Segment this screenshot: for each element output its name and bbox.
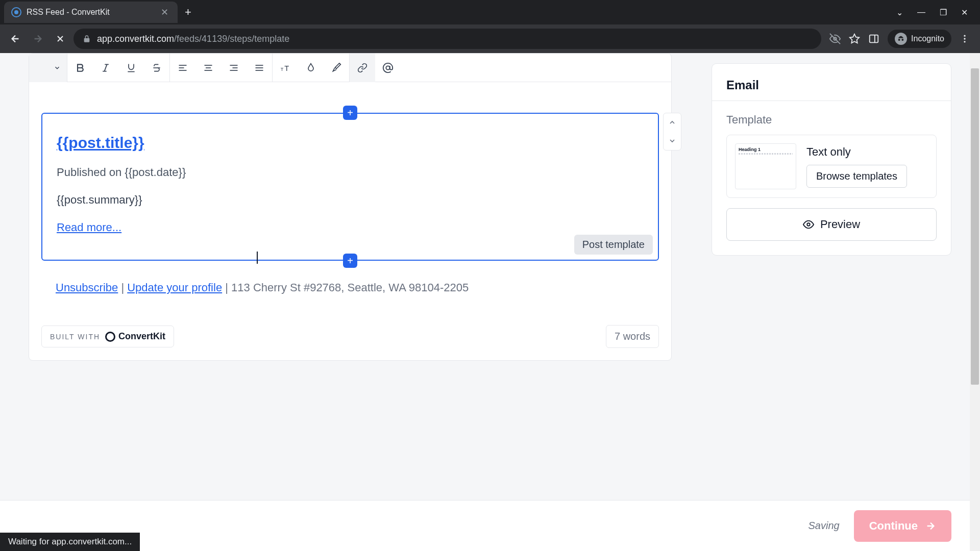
address-bar-row: app.convertkit.com/feeds/41139/steps/tem… xyxy=(0,24,980,53)
browser-status-bar: Waiting for app.convertkit.com... xyxy=(0,533,140,551)
svg-point-25 xyxy=(386,66,389,69)
add-block-below-button[interactable]: + xyxy=(343,254,357,268)
move-down-button[interactable] xyxy=(664,132,681,150)
forward-button[interactable] xyxy=(29,30,47,48)
lock-icon xyxy=(83,35,91,43)
new-tab-button[interactable]: + xyxy=(178,6,199,19)
block-type-label: Post template xyxy=(574,235,653,255)
url-domain: app.convertkit.com xyxy=(97,34,174,44)
read-more-link[interactable]: Read more... xyxy=(57,221,121,234)
font-size-button[interactable]: TT xyxy=(273,54,298,82)
svg-point-26 xyxy=(807,223,810,226)
bottom-action-bar: Saving Continue xyxy=(0,500,980,551)
tab-overview-icon[interactable]: ⌄ xyxy=(896,8,903,17)
eye-icon xyxy=(803,219,814,230)
editor-footer: BUILT WITH ConvertKit 7 words xyxy=(29,317,671,360)
browse-templates-button[interactable]: Browse templates xyxy=(806,165,907,188)
svg-point-4 xyxy=(964,38,965,39)
svg-line-8 xyxy=(105,64,107,71)
incognito-label: Incognito xyxy=(911,34,944,43)
preview-button[interactable]: Preview xyxy=(726,208,937,241)
post-published-meta[interactable]: Published on {{post.date}} xyxy=(57,166,644,179)
svg-rect-1 xyxy=(870,35,878,43)
template-label: Template xyxy=(726,113,937,127)
svg-point-3 xyxy=(964,35,965,37)
editor-card: TT xyxy=(29,53,672,361)
address-bar[interactable]: app.convertkit.com/feeds/41139/steps/tem… xyxy=(74,29,821,49)
browser-tab-strip: RSS Feed - ConvertKit ✕ + ⌄ — ❐ ✕ xyxy=(0,0,980,24)
url-path: /feeds/41139/steps/template xyxy=(174,34,289,44)
continue-button[interactable]: Continue xyxy=(854,510,951,542)
saving-status: Saving xyxy=(808,520,840,532)
incognito-icon xyxy=(895,33,907,45)
vertical-scrollbar[interactable] xyxy=(970,53,980,551)
convertkit-logo: ConvertKit xyxy=(105,331,165,342)
italic-button[interactable] xyxy=(93,54,118,82)
block-move-controls xyxy=(663,113,681,151)
browser-menu-icon[interactable] xyxy=(960,34,970,44)
underline-button[interactable] xyxy=(118,54,144,82)
sidebar-divider xyxy=(712,101,951,101)
template-thumbnail[interactable]: Heading 1 xyxy=(735,143,796,189)
template-name: Text only xyxy=(806,145,907,159)
bold-button[interactable] xyxy=(67,54,93,82)
convertkit-logo-icon xyxy=(105,332,115,342)
bookmark-icon[interactable] xyxy=(849,33,860,44)
favicon-icon xyxy=(11,7,21,17)
browser-tab[interactable]: RSS Feed - ConvertKit ✕ xyxy=(4,2,178,23)
tab-title: RSS Feed - ConvertKit xyxy=(27,8,154,17)
stop-reload-button[interactable] xyxy=(51,30,69,48)
scrollbar-thumb[interactable] xyxy=(971,68,979,385)
side-panel-icon[interactable] xyxy=(868,33,879,44)
style-dropdown[interactable] xyxy=(29,54,67,82)
window-controls: ⌄ — ❐ ✕ xyxy=(884,0,980,24)
sidebar-title: Email xyxy=(726,78,937,92)
link-button[interactable] xyxy=(350,54,375,82)
editor-toolbar: TT xyxy=(29,54,671,82)
move-up-button[interactable] xyxy=(664,113,681,132)
mention-button[interactable] xyxy=(375,54,401,82)
incognito-badge[interactable]: Incognito xyxy=(888,30,951,48)
strikethrough-button[interactable] xyxy=(144,54,169,82)
right-sidebar: Email Template Heading 1 Text only Brows… xyxy=(712,63,951,256)
svg-point-5 xyxy=(964,41,965,42)
post-summary[interactable]: {{post.summary}} xyxy=(57,193,644,207)
post-template-block[interactable]: {{post.title}} Published on {{post.date}… xyxy=(41,113,659,261)
text-color-button[interactable] xyxy=(298,54,324,82)
built-with-badge[interactable]: BUILT WITH ConvertKit xyxy=(41,325,174,347)
tracking-blocked-icon[interactable] xyxy=(829,33,841,44)
update-profile-link[interactable]: Update your profile xyxy=(127,281,222,294)
add-block-above-button[interactable]: + xyxy=(343,106,357,120)
unsubscribe-link[interactable]: Unsubscribe xyxy=(56,281,118,294)
align-center-button[interactable] xyxy=(195,54,221,82)
back-button[interactable] xyxy=(6,30,24,48)
post-title[interactable]: {{post.title}} xyxy=(57,134,644,152)
svg-text:T: T xyxy=(284,64,289,72)
page-content: TT xyxy=(0,53,980,551)
minimize-icon[interactable]: — xyxy=(917,8,925,17)
close-tab-icon[interactable]: ✕ xyxy=(159,7,170,18)
word-count: 7 words xyxy=(606,325,659,348)
arrow-right-icon xyxy=(925,520,936,532)
template-selector: Heading 1 Text only Browse templates xyxy=(726,135,937,198)
align-left-button[interactable] xyxy=(170,54,195,82)
footer-address: 113 Cherry St #92768, Seattle, WA 98104-… xyxy=(231,281,469,294)
svg-text:T: T xyxy=(281,66,284,71)
close-window-icon[interactable]: ✕ xyxy=(961,8,968,17)
text-cursor xyxy=(257,252,258,264)
maximize-icon[interactable]: ❐ xyxy=(940,8,947,17)
align-right-button[interactable] xyxy=(221,54,247,82)
highlight-button[interactable] xyxy=(324,54,349,82)
editor-body[interactable]: + {{post.title}} Published on {{post.dat… xyxy=(29,82,671,317)
align-justify-button[interactable] xyxy=(247,54,272,82)
